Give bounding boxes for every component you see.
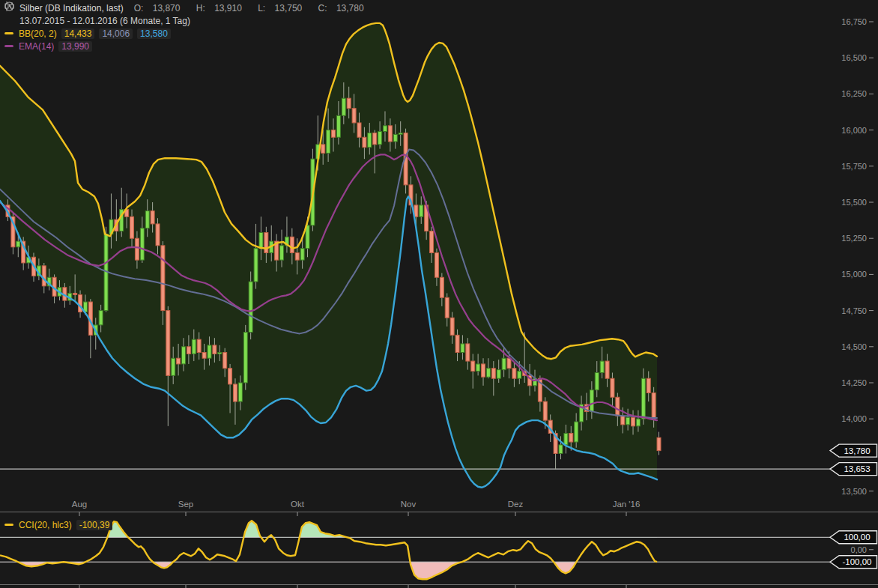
price-axis-label: 15,500	[841, 198, 867, 207]
price-axis-label: 16,500	[841, 53, 867, 62]
cci-legend[interactable]: CCI(20, hlc3) -100,39	[4, 518, 112, 531]
svg-text:-100,00: -100,00	[842, 557, 871, 566]
ema-swatch-icon	[4, 45, 13, 47]
last-price-tag: 13,780	[830, 444, 877, 457]
price-axis-label: 16,250	[841, 89, 867, 98]
price-axis-label: 13,500	[841, 487, 867, 496]
level-price-tag: 13,653	[830, 463, 877, 476]
bb-lower-value: 13,580	[137, 28, 171, 39]
bb-label: BB(20, 2)	[19, 28, 57, 39]
date-range: 13.07.2015 - 12.01.2016 (6 Monate, 1 Tag…	[19, 16, 190, 26]
bb-swatch-icon	[4, 32, 13, 34]
ema-value: 13,990	[58, 41, 92, 52]
bb-legend-row[interactable]: BB(20, 2) 14,433 14,006 13,580	[4, 27, 378, 40]
svg-text:13,653: 13,653	[844, 464, 870, 473]
cci-zero-label: 0,00	[851, 545, 867, 554]
chart-window: 16,75016,50016,25016,00015,75015,50015,2…	[0, 0, 878, 588]
cci-upper-tag: 100,00	[830, 531, 877, 544]
bb-middle-value: 14,006	[99, 28, 133, 39]
high-value: 13,910	[214, 3, 242, 13]
month-label: Okt	[291, 500, 305, 509]
cci-value: -100,39	[76, 520, 113, 530]
instrument-title: Silber (DB Indikation, last)	[19, 3, 124, 13]
month-label: Dez	[508, 500, 524, 509]
ema-legend-row[interactable]: EMA(14) 13,990	[4, 40, 378, 52]
price-axis-label: 15,000	[841, 270, 867, 279]
close-label: C:	[318, 3, 327, 13]
high-label: H:	[196, 3, 205, 13]
open-label: O:	[134, 3, 144, 13]
close-value: 13,780	[336, 3, 364, 13]
price-axis-label: 14,750	[841, 306, 867, 315]
ohlc-readout: O: 13,870 H: 13,910 L: 13,750 C: 13,780	[134, 3, 378, 13]
svg-text:13,780: 13,780	[844, 446, 870, 455]
candle	[249, 272, 252, 340]
candle	[104, 227, 108, 312]
chart-legend: Silber (DB Indikation, last) O: 13,870 H…	[4, 1, 378, 52]
price-axis-label: 15,750	[841, 162, 867, 171]
low-label: L:	[258, 3, 265, 13]
price-axis-label: 16,750	[841, 17, 867, 26]
price-axis-label: 15,250	[841, 234, 867, 243]
chart-canvas[interactable]: 16,75016,50016,25016,00015,75015,50015,2…	[0, 0, 878, 588]
month-label: Sep	[178, 500, 193, 509]
price-axis-label: 14,250	[841, 378, 867, 387]
date-range-row: 13.07.2015 - 12.01.2016 (6 Monate, 1 Tag…	[4, 14, 378, 27]
low-value: 13,750	[275, 3, 303, 13]
clock-icon	[4, 16, 16, 26]
cci-swatch-icon	[4, 524, 13, 526]
cci-lower-tag: -100,00	[830, 556, 877, 569]
bb-upper-value: 14,433	[61, 28, 95, 39]
price-axis-label: 14,000	[841, 414, 867, 423]
month-label: Nov	[401, 500, 417, 509]
instrument-row: Silber (DB Indikation, last) O: 13,870 H…	[4, 1, 378, 14]
price-axis-label: 14,500	[841, 342, 867, 351]
ema-label: EMA(14)	[19, 41, 54, 52]
svg-text:100,00: 100,00	[844, 533, 870, 542]
cci-label: CCI(20, hlc3)	[19, 520, 72, 530]
month-label: Aug	[72, 500, 87, 509]
price-axis-label: 16,000	[841, 126, 867, 135]
open-value: 13,870	[153, 3, 181, 13]
candle	[243, 325, 247, 390]
month-label: Jan '16	[613, 500, 641, 509]
